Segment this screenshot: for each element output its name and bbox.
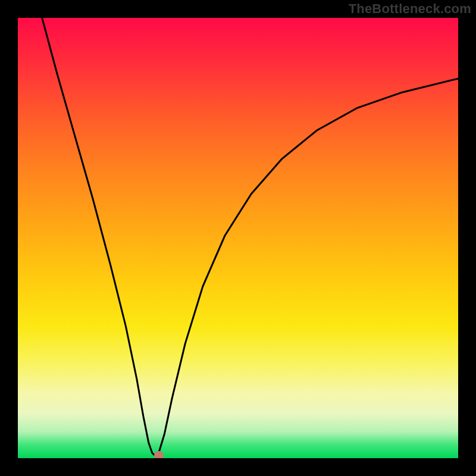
- minimum-marker-dot: [154, 451, 164, 458]
- attribution-watermark: TheBottleneck.com: [349, 1, 471, 17]
- gradient-background: [18, 18, 458, 458]
- chart-frame: TheBottleneck.com: [0, 0, 476, 476]
- plot-area: [18, 18, 458, 458]
